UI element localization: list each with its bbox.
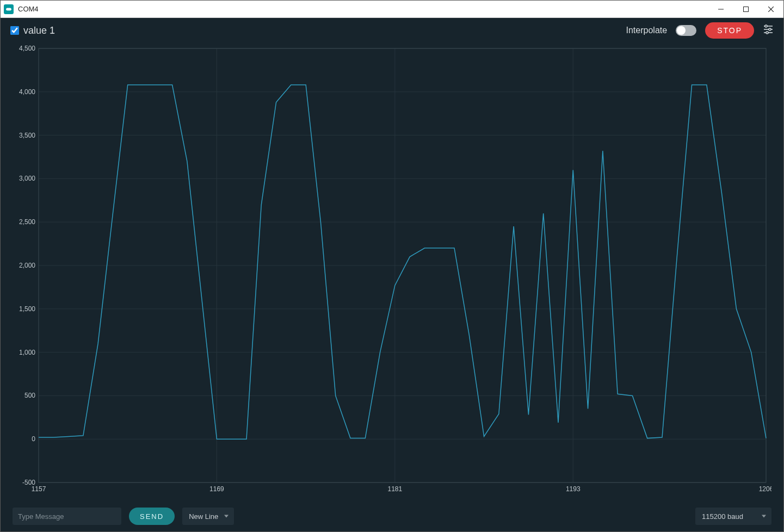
plot-area: -50005001,0001,5002,0002,5003,0003,5004,…	[1, 43, 783, 501]
svg-point-8	[769, 28, 771, 30]
svg-text:2,500: 2,500	[19, 218, 35, 226]
svg-text:1157: 1157	[32, 485, 46, 493]
interpolate-label: Interpolate	[626, 26, 668, 35]
settings-icon[interactable]	[763, 24, 774, 36]
message-input[interactable]	[13, 508, 121, 525]
app-icon	[4, 4, 14, 14]
send-button[interactable]: SEND	[129, 508, 175, 525]
close-button[interactable]	[758, 1, 783, 18]
minimize-button[interactable]	[708, 1, 733, 18]
svg-text:1206: 1206	[759, 485, 771, 493]
series-label: value 1	[23, 25, 55, 36]
svg-rect-1	[744, 7, 749, 11]
svg-text:1181: 1181	[388, 485, 403, 493]
plot-svg: -50005001,0001,5002,0002,5003,0003,5004,…	[13, 45, 771, 497]
svg-text:4,500: 4,500	[19, 45, 35, 52]
svg-text:1193: 1193	[566, 485, 581, 493]
svg-text:1,500: 1,500	[19, 305, 35, 313]
svg-text:2,000: 2,000	[19, 262, 35, 269]
titlebar: COM4	[1, 1, 783, 18]
svg-text:1,000: 1,000	[19, 349, 35, 356]
stop-button[interactable]: STOP	[705, 22, 754, 39]
series-legend[interactable]: value 1	[10, 25, 55, 36]
line-ending-select[interactable]: New Line	[182, 508, 234, 525]
svg-point-9	[766, 32, 768, 34]
series-checkbox[interactable]	[10, 26, 19, 35]
svg-text:500: 500	[24, 392, 35, 399]
svg-text:0: 0	[32, 435, 35, 443]
svg-text:4,000: 4,000	[19, 88, 35, 96]
maximize-button[interactable]	[733, 1, 758, 18]
svg-text:1169: 1169	[209, 485, 224, 493]
window-title: COM4	[18, 5, 39, 13]
interpolate-toggle[interactable]	[676, 25, 696, 36]
svg-text:3,500: 3,500	[19, 132, 35, 139]
svg-text:3,000: 3,000	[19, 175, 35, 182]
baud-select[interactable]: 115200 baud	[695, 508, 771, 525]
svg-point-7	[765, 25, 767, 27]
